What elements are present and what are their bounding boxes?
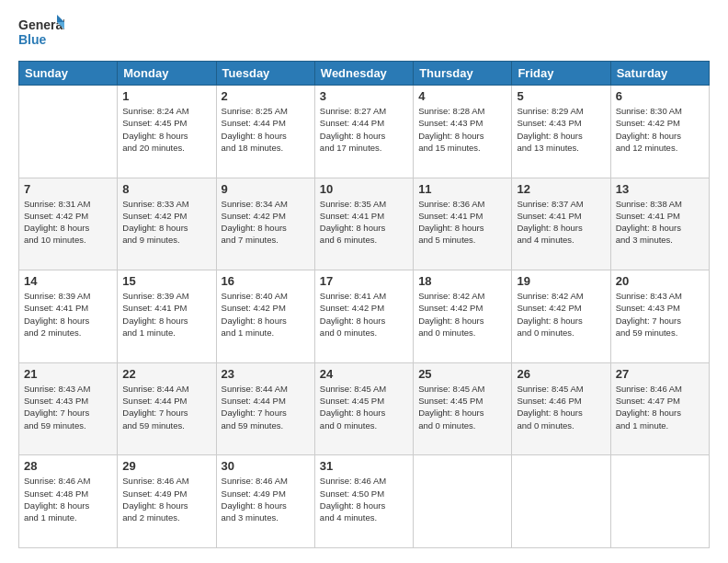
day-number: 22 [122,367,210,381]
day-number: 21 [24,367,112,381]
day-cell: 11Sunrise: 8:36 AM Sunset: 4:41 PM Dayli… [414,178,512,270]
day-cell: 23Sunrise: 8:44 AM Sunset: 4:44 PM Dayli… [216,362,314,455]
day-number: 9 [222,182,310,196]
day-number: 20 [616,274,704,288]
day-info: Sunrise: 8:34 AM Sunset: 4:42 PM Dayligh… [222,198,310,247]
day-number: 2 [222,89,310,103]
header-cell-sunday: Sunday [19,62,118,86]
day-number: 15 [122,274,210,288]
day-info: Sunrise: 8:40 AM Sunset: 4:42 PM Dayligh… [222,290,310,339]
day-number: 5 [517,89,605,103]
day-number: 27 [616,367,704,381]
day-cell: 28Sunrise: 8:46 AM Sunset: 4:48 PM Dayli… [19,455,118,548]
day-info: Sunrise: 8:35 AM Sunset: 4:41 PM Dayligh… [320,198,408,247]
day-number: 26 [517,367,605,381]
day-info: Sunrise: 8:36 AM Sunset: 4:41 PM Dayligh… [418,198,506,247]
day-cell: 16Sunrise: 8:40 AM Sunset: 4:42 PM Dayli… [216,270,314,363]
day-number: 28 [24,459,112,473]
day-number: 25 [418,367,506,381]
day-info: Sunrise: 8:45 AM Sunset: 4:45 PM Dayligh… [418,383,506,431]
day-cell: 26Sunrise: 8:45 AM Sunset: 4:46 PM Dayli… [512,362,610,455]
day-info: Sunrise: 8:29 AM Sunset: 4:43 PM Dayligh… [517,105,605,154]
day-cell [610,455,709,548]
day-info: Sunrise: 8:33 AM Sunset: 4:42 PM Dayligh… [122,198,210,247]
day-info: Sunrise: 8:41 AM Sunset: 4:42 PM Dayligh… [320,290,408,339]
day-number: 18 [418,274,506,288]
day-info: Sunrise: 8:24 AM Sunset: 4:45 PM Dayligh… [122,105,210,154]
day-cell: 30Sunrise: 8:46 AM Sunset: 4:49 PM Dayli… [216,455,314,548]
day-info: Sunrise: 8:37 AM Sunset: 4:41 PM Dayligh… [517,198,605,247]
day-number: 10 [320,182,408,196]
day-cell: 12Sunrise: 8:37 AM Sunset: 4:41 PM Dayli… [512,178,610,270]
day-number: 16 [222,274,310,288]
day-number: 13 [616,182,704,196]
day-info: Sunrise: 8:25 AM Sunset: 4:44 PM Dayligh… [222,105,310,154]
day-info: Sunrise: 8:43 AM Sunset: 4:43 PM Dayligh… [24,383,112,431]
day-number: 8 [122,182,210,196]
day-cell: 24Sunrise: 8:45 AM Sunset: 4:45 PM Dayli… [314,362,413,455]
day-number: 30 [222,459,310,473]
logo: GeneralBlue [18,15,64,52]
day-info: Sunrise: 8:42 AM Sunset: 4:42 PM Dayligh… [517,290,605,339]
day-info: Sunrise: 8:46 AM Sunset: 4:50 PM Dayligh… [320,475,408,523]
day-cell [414,455,512,548]
day-cell: 20Sunrise: 8:43 AM Sunset: 4:43 PM Dayli… [610,270,709,363]
day-cell: 22Sunrise: 8:44 AM Sunset: 4:44 PM Dayli… [118,362,216,455]
day-info: Sunrise: 8:39 AM Sunset: 4:41 PM Dayligh… [122,290,210,339]
day-info: Sunrise: 8:27 AM Sunset: 4:44 PM Dayligh… [320,105,408,154]
week-row: 21Sunrise: 8:43 AM Sunset: 4:43 PM Dayli… [19,362,710,455]
day-cell: 31Sunrise: 8:46 AM Sunset: 4:50 PM Dayli… [314,455,413,548]
header-cell-friday: Friday [512,62,610,86]
day-cell: 4Sunrise: 8:28 AM Sunset: 4:43 PM Daylig… [414,86,512,178]
day-number: 6 [616,89,704,103]
day-cell: 3Sunrise: 8:27 AM Sunset: 4:44 PM Daylig… [314,86,413,178]
day-cell: 18Sunrise: 8:42 AM Sunset: 4:42 PM Dayli… [414,270,512,363]
day-number: 7 [24,182,112,196]
day-cell: 6Sunrise: 8:30 AM Sunset: 4:42 PM Daylig… [610,86,709,178]
day-cell: 5Sunrise: 8:29 AM Sunset: 4:43 PM Daylig… [512,86,610,178]
day-number: 11 [418,182,506,196]
day-cell: 19Sunrise: 8:42 AM Sunset: 4:42 PM Dayli… [512,270,610,363]
calendar-page: GeneralBlue SundayMondayTuesdayWednesday… [0,0,728,563]
day-number: 17 [320,274,408,288]
day-number: 1 [122,89,210,103]
day-info: Sunrise: 8:39 AM Sunset: 4:41 PM Dayligh… [24,290,112,339]
day-info: Sunrise: 8:31 AM Sunset: 4:42 PM Dayligh… [24,198,112,247]
header-cell-saturday: Saturday [610,62,709,86]
day-cell: 17Sunrise: 8:41 AM Sunset: 4:42 PM Dayli… [314,270,413,363]
header-row: SundayMondayTuesdayWednesdayThursdayFrid… [19,62,710,86]
header-cell-tuesday: Tuesday [216,62,314,86]
day-number: 3 [320,89,408,103]
day-cell: 1Sunrise: 8:24 AM Sunset: 4:45 PM Daylig… [118,86,216,178]
header-cell-wednesday: Wednesday [314,62,413,86]
day-info: Sunrise: 8:45 AM Sunset: 4:46 PM Dayligh… [517,383,605,431]
day-info: Sunrise: 8:43 AM Sunset: 4:43 PM Dayligh… [616,290,704,339]
day-cell: 14Sunrise: 8:39 AM Sunset: 4:41 PM Dayli… [19,270,118,363]
week-row: 14Sunrise: 8:39 AM Sunset: 4:41 PM Dayli… [19,270,710,363]
header-cell-monday: Monday [118,62,216,86]
day-cell: 7Sunrise: 8:31 AM Sunset: 4:42 PM Daylig… [19,178,118,270]
day-cell: 21Sunrise: 8:43 AM Sunset: 4:43 PM Dayli… [19,362,118,455]
day-cell: 13Sunrise: 8:38 AM Sunset: 4:41 PM Dayli… [610,178,709,270]
logo-svg: GeneralBlue [18,15,64,52]
day-info: Sunrise: 8:44 AM Sunset: 4:44 PM Dayligh… [122,383,210,431]
day-cell: 9Sunrise: 8:34 AM Sunset: 4:42 PM Daylig… [216,178,314,270]
day-number: 12 [517,182,605,196]
day-number: 4 [418,89,506,103]
day-cell: 25Sunrise: 8:45 AM Sunset: 4:45 PM Dayli… [414,362,512,455]
day-info: Sunrise: 8:46 AM Sunset: 4:49 PM Dayligh… [222,475,310,523]
week-row: 28Sunrise: 8:46 AM Sunset: 4:48 PM Dayli… [19,455,710,548]
day-info: Sunrise: 8:28 AM Sunset: 4:43 PM Dayligh… [418,105,506,154]
week-row: 7Sunrise: 8:31 AM Sunset: 4:42 PM Daylig… [19,178,710,270]
calendar-table: SundayMondayTuesdayWednesdayThursdayFrid… [18,61,710,548]
day-info: Sunrise: 8:30 AM Sunset: 4:42 PM Dayligh… [616,105,704,154]
day-cell [512,455,610,548]
header-cell-thursday: Thursday [414,62,512,86]
day-cell [19,86,118,178]
day-cell: 2Sunrise: 8:25 AM Sunset: 4:44 PM Daylig… [216,86,314,178]
day-info: Sunrise: 8:42 AM Sunset: 4:42 PM Dayligh… [418,290,506,339]
day-number: 14 [24,274,112,288]
day-number: 23 [222,367,310,381]
day-number: 24 [320,367,408,381]
day-number: 31 [320,459,408,473]
